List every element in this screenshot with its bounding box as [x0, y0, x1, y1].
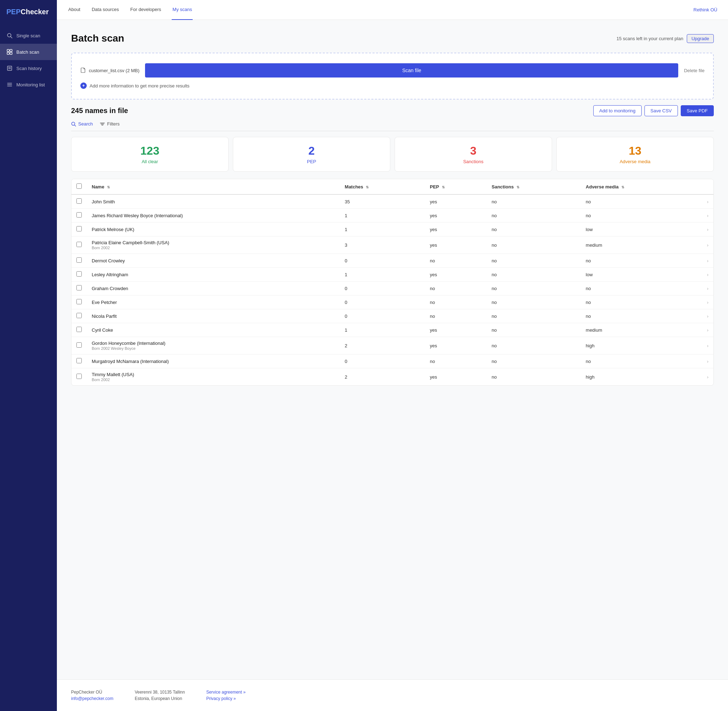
sanctions-sort-icon[interactable]: ⇅ [516, 185, 519, 189]
row-checkbox-cell [71, 254, 87, 268]
topnav-company[interactable]: Rethink OÜ [694, 7, 717, 12]
sidebar-item-scan-history[interactable]: Scan history [0, 60, 57, 77]
row-checkbox-cell [71, 309, 87, 323]
table-row[interactable]: Nicola Parfit 0 no no no › [71, 309, 713, 323]
stat-card-sanctions: 3 Sanctions [395, 137, 552, 172]
row-matches: 0 [340, 354, 425, 368]
row-chevron[interactable]: › [702, 209, 713, 223]
row-chevron[interactable]: › [702, 254, 713, 268]
row-checkbox-9[interactable] [77, 327, 82, 332]
search-link[interactable]: Search [71, 121, 93, 127]
row-chevron[interactable]: › [702, 337, 713, 354]
table-row[interactable]: Timmy Mallett (USA) Born 2002 2 yes no h… [71, 368, 713, 386]
search-icon [71, 122, 76, 127]
pep-sort-icon[interactable]: ⇅ [442, 185, 445, 189]
row-name: Gordon Honeycombe (International) [92, 341, 335, 346]
page-title: Batch scan [71, 33, 124, 44]
row-checkbox-cell [71, 368, 87, 386]
stat-number-all-clear: 123 [77, 145, 223, 158]
row-checkbox-0[interactable] [77, 198, 82, 204]
delete-file-link[interactable]: Delete file [684, 68, 704, 73]
row-checkbox-12[interactable] [77, 374, 82, 379]
scan-file-button[interactable]: Scan file [145, 63, 678, 78]
row-checkbox-7[interactable] [77, 299, 82, 304]
search-label: Search [78, 121, 93, 127]
row-checkbox-8[interactable] [77, 313, 82, 318]
row-matches: 0 [340, 254, 425, 268]
row-checkbox-1[interactable] [77, 212, 82, 218]
row-checkbox-2[interactable] [77, 226, 82, 232]
table-row[interactable]: Dermot Crowley 0 no no no › [71, 254, 713, 268]
row-chevron[interactable]: › [702, 295, 713, 309]
adverse-media-sort-icon[interactable]: ⇅ [621, 185, 624, 189]
footer-service-agreement[interactable]: Service agreement » [206, 690, 246, 695]
row-pep: no [425, 354, 486, 368]
footer-privacy-policy[interactable]: Privacy policy » [206, 696, 246, 701]
add-info-row[interactable]: + Add more information to get more preci… [80, 83, 704, 89]
table-row[interactable]: John Smith 35 yes no no › [71, 195, 713, 209]
table-row[interactable]: Graham Crowden 0 no no no › [71, 282, 713, 295]
footer-company-name: PepChecker OÜ [71, 690, 113, 695]
row-checkbox-4[interactable] [77, 257, 82, 263]
topnav-data-sources[interactable]: Data sources [91, 0, 120, 20]
row-pep: yes [425, 223, 486, 236]
footer-email[interactable]: info@pepchecker.com [71, 696, 113, 701]
scan-history-icon [6, 65, 13, 71]
topnav-my-scans[interactable]: My scans [172, 0, 193, 20]
filter-icon [100, 122, 105, 127]
row-checkbox-11[interactable] [77, 358, 82, 363]
row-checkbox-3[interactable] [77, 242, 82, 247]
table-row[interactable]: Cyril Coke 1 yes no medium › [71, 323, 713, 337]
save-csv-button[interactable]: Save CSV [644, 105, 678, 116]
row-checkbox-6[interactable] [77, 285, 82, 291]
th-adverse-media: Adverse media ⇅ [581, 179, 702, 195]
sidebar-item-batch-scan[interactable]: Batch scan [0, 44, 57, 60]
row-adverse-media: no [581, 209, 702, 223]
row-chevron[interactable]: › [702, 195, 713, 209]
table-row[interactable]: Murgatroyd McNamara (International) 0 no… [71, 354, 713, 368]
table-row[interactable]: Eve Petcher 0 no no no › [71, 295, 713, 309]
topnav-for-developers[interactable]: For developers [130, 0, 162, 20]
row-adverse-media: high [581, 337, 702, 354]
row-checkbox-cell [71, 323, 87, 337]
svg-rect-5 [10, 52, 12, 55]
row-checkbox-10[interactable] [77, 342, 82, 348]
row-sanctions: no [486, 323, 581, 337]
filters-link[interactable]: Filters [100, 121, 119, 127]
table-row[interactable]: Patrick Melrose (UK) 1 yes no low › [71, 223, 713, 236]
row-checkbox-5[interactable] [77, 271, 82, 277]
add-to-monitoring-button[interactable]: Add to monitoring [593, 105, 642, 116]
row-chevron[interactable]: › [702, 236, 713, 254]
row-name-cell: Patricia Elaine Campbell-Smith (USA) Bor… [87, 236, 340, 254]
matches-sort-icon[interactable]: ⇅ [366, 185, 368, 189]
row-chevron[interactable]: › [702, 268, 713, 282]
row-pep: yes [425, 209, 486, 223]
row-name-cell: Timmy Mallett (USA) Born 2002 [87, 368, 340, 386]
table-row[interactable]: Lesley Altringham 1 yes no low › [71, 268, 713, 282]
sidebar: PEPChecker Single scan Batch scan Scan h… [0, 0, 57, 711]
monitoring-list-icon [6, 81, 13, 88]
row-chevron[interactable]: › [702, 223, 713, 236]
sidebar-item-monitoring-list[interactable]: Monitoring list [0, 77, 57, 93]
sidebar-label-batch-scan: Batch scan [16, 49, 39, 55]
sidebar-item-single-scan[interactable]: Single scan [0, 27, 57, 44]
row-chevron[interactable]: › [702, 354, 713, 368]
row-chevron[interactable]: › [702, 309, 713, 323]
upgrade-button[interactable]: Upgrade [687, 34, 714, 43]
table-row[interactable]: Gordon Honeycombe (International) Born 2… [71, 337, 713, 354]
row-chevron[interactable]: › [702, 323, 713, 337]
logo-checker: Checker [21, 8, 49, 16]
select-all-checkbox[interactable] [77, 183, 82, 189]
table-row[interactable]: Patricia Elaine Campbell-Smith (USA) Bor… [71, 236, 713, 254]
results-actions: Add to monitoring Save CSV Save PDF [593, 105, 714, 116]
table-row[interactable]: James Richard Wesley Boyce (Internationa… [71, 209, 713, 223]
row-adverse-media: no [581, 354, 702, 368]
footer-address-1: Veerenni 38, 10135 Tallinn [135, 690, 185, 695]
row-checkbox-cell [71, 236, 87, 254]
topnav-about[interactable]: About [68, 0, 81, 20]
name-sort-icon[interactable]: ⇅ [107, 185, 110, 189]
row-name: Patrick Melrose (UK) [92, 227, 335, 232]
row-chevron[interactable]: › [702, 282, 713, 295]
save-pdf-button[interactable]: Save PDF [681, 105, 714, 116]
row-chevron[interactable]: › [702, 368, 713, 386]
